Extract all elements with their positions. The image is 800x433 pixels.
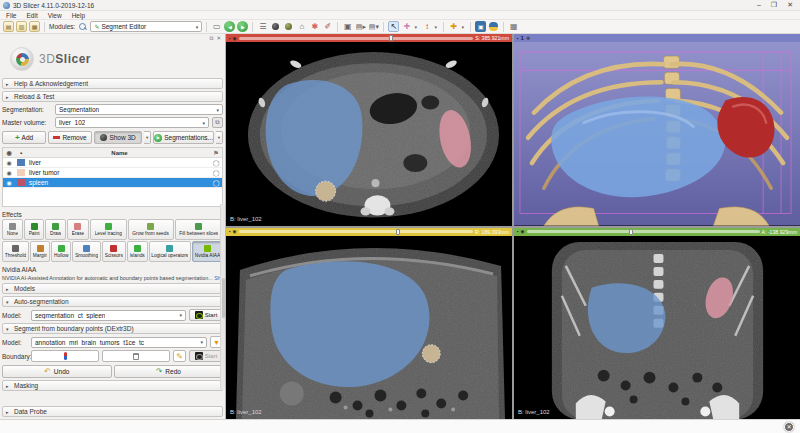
yellow-slice-image[interactable] xyxy=(226,236,512,420)
crosshair-icon[interactable]: ✛ xyxy=(401,21,412,32)
segment-color-swatch[interactable] xyxy=(15,179,27,186)
green-slice-slider[interactable] xyxy=(527,230,760,233)
master-volume-selector[interactable]: liver_102 ▾ xyxy=(55,117,209,128)
yellow-slice-view[interactable]: ▪ ◉ R: 189.093mm xyxy=(226,228,512,420)
pin-icon[interactable]: ▪ xyxy=(229,229,231,234)
crosshair-caret-icon[interactable]: ▾ xyxy=(414,24,419,30)
segment-row-liver[interactable]: ◉liver◯ xyxy=(3,158,222,168)
yellow-slice-slider[interactable] xyxy=(239,230,473,233)
load-dicom-icon[interactable]: ▥ xyxy=(16,21,27,32)
edit-boundary-button[interactable]: ✎ xyxy=(173,350,186,362)
effect-logical-operators[interactable]: Logical operators xyxy=(149,241,191,262)
mouse-mode-icon[interactable]: ↖ xyxy=(388,21,399,32)
menu-file[interactable]: File xyxy=(6,12,16,19)
effect-grow-from-seeds[interactable]: Grow from seeds xyxy=(128,219,174,240)
load-data-icon[interactable]: ▤ xyxy=(3,21,14,32)
effect-none[interactable]: None xyxy=(2,219,23,240)
effect-draw[interactable]: Draw xyxy=(45,219,66,240)
show-3d-button[interactable]: Show 3D xyxy=(94,131,142,144)
effect-threshold[interactable]: Threshold xyxy=(2,241,29,262)
volume-module-icon[interactable] xyxy=(283,21,294,32)
pin-icon[interactable]: ▪ xyxy=(517,229,519,234)
pin-icon[interactable]: ▪ xyxy=(229,36,231,41)
module-list-icon[interactable]: ☰ xyxy=(257,21,268,32)
red-slice-image[interactable] xyxy=(226,42,512,226)
segmentation-selector[interactable]: Segmentation ▾ xyxy=(55,104,223,115)
green-slice-view[interactable]: ▪ ◉ A: -138.929mm xyxy=(514,228,800,420)
segment-row-liver-tumor[interactable]: ◉liver tumor◯ xyxy=(3,168,222,178)
module-forward-button[interactable]: ▶ xyxy=(237,21,248,32)
screenshot-icon[interactable]: ▣ xyxy=(342,21,353,32)
red-slice-slider[interactable] xyxy=(239,37,474,40)
data-module-icon[interactable] xyxy=(270,21,281,32)
visibility-icon[interactable]: ◉ xyxy=(233,229,237,234)
effect-hollow[interactable]: Hollow xyxy=(51,241,71,262)
auto-model-selector[interactable]: segmentation_ct_spleen ▾ xyxy=(31,310,186,321)
layout-selector-icon[interactable]: ▦ xyxy=(508,21,519,32)
capture-icon[interactable]: ▣ xyxy=(475,21,486,32)
remove-segment-button[interactable]: Remove xyxy=(48,131,92,144)
boundary-points-section[interactable]: ▾ Segment from boundary points (DExtr3D) xyxy=(2,323,223,334)
close-button[interactable]: ✕ xyxy=(787,1,793,9)
effect-paint[interactable]: Paint xyxy=(24,219,44,240)
delete-boundary-points-button[interactable] xyxy=(102,350,170,362)
help-acknowledgement-section[interactable]: ▸ Help & Acknowledgement xyxy=(2,78,223,89)
auto-segmentation-section[interactable]: ▾ Auto-segmentation xyxy=(2,296,223,307)
data-probe-section[interactable]: ▸ Data Probe xyxy=(2,406,223,417)
segmentations-dropdown[interactable]: ▾ xyxy=(216,131,223,144)
restore-views-icon[interactable]: ▤▾ xyxy=(368,21,379,32)
add-segment-button[interactable]: +Add xyxy=(2,131,46,144)
segment-row-spleen[interactable]: ◉spleen◯ xyxy=(3,178,222,188)
place-boundary-point-button[interactable] xyxy=(31,350,99,362)
undo-button[interactable]: ↶Undo xyxy=(2,365,112,378)
effect-erase[interactable]: Erase xyxy=(67,219,89,240)
menu-help[interactable]: Help xyxy=(72,12,85,19)
effect-nvidia-aiaa[interactable]: Nvidia AIAA xyxy=(192,241,223,262)
segment-color-swatch[interactable] xyxy=(15,169,27,176)
eye-icon[interactable]: ◉ xyxy=(3,179,15,186)
threed-view[interactable]: ▪ 1 ✥ xyxy=(514,34,800,226)
boundary-start-button[interactable]: Start xyxy=(189,350,223,362)
show-3d-dropdown[interactable]: ▾ xyxy=(144,131,151,144)
module-selector[interactable]: ✎ Segment Editor ▾ xyxy=(90,21,202,32)
maximize-button[interactable]: ❐ xyxy=(771,1,777,9)
menu-view[interactable]: View xyxy=(48,12,62,19)
effect-scissors[interactable]: Scissors xyxy=(102,241,126,262)
scene-views-icon[interactable]: ▤▸ xyxy=(355,21,366,32)
add-markup-icon[interactable]: ✚ xyxy=(448,21,459,32)
threed-scene[interactable] xyxy=(514,42,800,226)
effect-fill-between-slices[interactable]: Fill between slices xyxy=(175,219,223,240)
module-back-button[interactable]: ◀ xyxy=(224,21,235,32)
move-icon[interactable]: ✥ xyxy=(526,35,530,41)
module-search-icon[interactable] xyxy=(77,21,88,32)
segment-status-icon[interactable]: ◯ xyxy=(210,169,222,176)
minimize-button[interactable]: – xyxy=(757,1,761,9)
module-history-icon[interactable]: ▭ xyxy=(211,21,222,32)
python-console-icon[interactable] xyxy=(488,21,499,32)
visibility-icon[interactable]: ◉ xyxy=(233,36,237,41)
effect-smoothing[interactable]: Smoothing xyxy=(72,241,101,262)
aiaa-models-section[interactable]: ▸ Models xyxy=(2,283,223,294)
segment-status-icon[interactable]: ◯ xyxy=(210,179,222,186)
eye-icon[interactable]: ◉ xyxy=(3,159,15,166)
effect-margin[interactable]: Margin xyxy=(30,241,50,262)
panel-close-icon[interactable]: ✕ xyxy=(216,35,221,41)
effect-islands[interactable]: Islands xyxy=(127,241,148,262)
menu-edit[interactable]: Edit xyxy=(26,12,37,19)
panel-float-icon[interactable]: ⧉ xyxy=(209,35,213,42)
markups-icon[interactable]: ✐ xyxy=(322,21,333,32)
home-module-icon[interactable]: ⌂ xyxy=(296,21,307,32)
pin-icon[interactable]: ▪ xyxy=(517,36,519,41)
segmentations-button[interactable]: ▶Segmentations... xyxy=(153,131,214,144)
effect-level-tracing[interactable]: Level tracing xyxy=(90,219,127,240)
green-slice-image[interactable] xyxy=(514,236,800,420)
panel-scrollbar[interactable] xyxy=(220,204,225,389)
red-slice-view[interactable]: ▪ ◉ S: 385.921mm xyxy=(226,34,512,226)
transforms-icon[interactable]: ✱ xyxy=(309,21,320,32)
eye-icon[interactable]: ◉ xyxy=(3,169,15,176)
redo-button[interactable]: ↷Redo xyxy=(114,365,224,378)
ruler-caret-icon[interactable]: ▾ xyxy=(434,24,439,30)
add-markup-caret-icon[interactable]: ▾ xyxy=(461,24,466,30)
visibility-icon[interactable]: ◉ xyxy=(521,229,525,234)
segment-status-icon[interactable]: ◯ xyxy=(210,159,222,166)
